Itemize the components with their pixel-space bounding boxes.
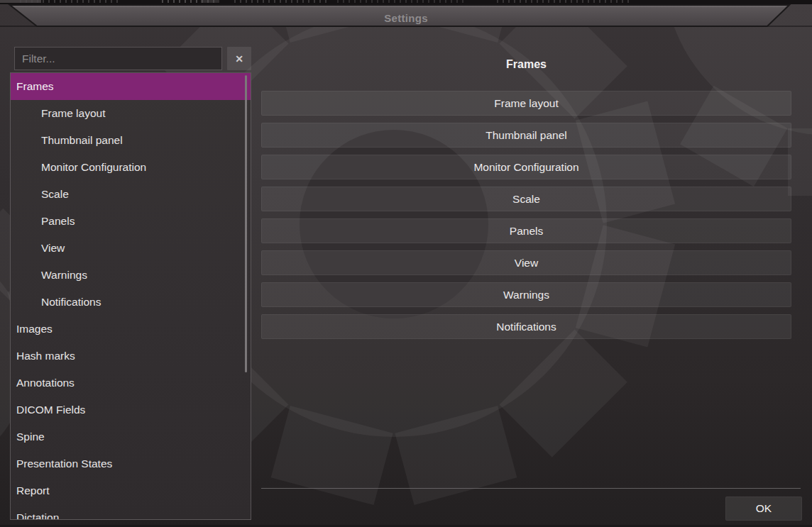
- sidebar-item-label: Monitor Configuration: [41, 161, 146, 174]
- sidebar-item[interactable]: Monitor Configuration: [11, 154, 251, 181]
- sidebar-item-label: Frames: [16, 80, 54, 93]
- sidebar-items-container: Frames Frame layout Thumbnail panel Moni…: [11, 73, 251, 520]
- sidebar-item[interactable]: Panels: [11, 208, 251, 235]
- sidebar-item[interactable]: View: [11, 235, 251, 262]
- sidebar-item[interactable]: DICOM Fields: [11, 396, 251, 423]
- settings-section-button[interactable]: Warnings: [261, 282, 791, 307]
- settings-section-button[interactable]: Scale: [261, 187, 791, 211]
- sidebar-item[interactable]: Frames: [11, 73, 251, 100]
- filter-clear-button[interactable]: ✕: [227, 47, 251, 70]
- sidebar-item-label: View: [41, 242, 65, 255]
- toolbar-remnant: [234, 0, 327, 3]
- filter-input[interactable]: [14, 47, 222, 70]
- sidebar-item-label: Report: [16, 484, 50, 497]
- sidebar-item-label: Scale: [41, 188, 69, 201]
- sidebar-item-label: Spine: [16, 431, 45, 443]
- sidebar-item-label: Thumbnail panel: [41, 134, 123, 147]
- settings-section-button[interactable]: Thumbnail panel: [261, 123, 791, 148]
- sidebar-item[interactable]: Notifications: [11, 289, 251, 316]
- sidebar-item[interactable]: Scale: [11, 181, 251, 208]
- sidebar-item-label: Images: [16, 323, 53, 335]
- toolbar-remnant: [497, 0, 632, 3]
- sidebar-item[interactable]: Warnings: [11, 262, 251, 289]
- toolbar-remnant: [337, 0, 465, 3]
- sidebar-item-label: Hash marks: [16, 350, 75, 362]
- settings-dialog: Settings ✕ Frames Frame layout Thumbnail…: [0, 4, 812, 527]
- sidebar-item-label: DICOM Fields: [16, 404, 85, 416]
- sidebar-item[interactable]: Report: [11, 477, 251, 504]
- sidebar-item[interactable]: Frame layout: [11, 100, 251, 127]
- ok-button[interactable]: OK: [725, 497, 802, 521]
- sidebar-item-label: Presentation States: [16, 457, 112, 470]
- scrollbar-thumb[interactable]: [245, 75, 247, 372]
- section-title: Frames: [261, 58, 791, 71]
- settings-section-button[interactable]: Notifications: [261, 314, 791, 339]
- toolbar-remnant: [0, 0, 41, 3]
- close-icon: ✕: [235, 54, 243, 64]
- sidebar-item[interactable]: Dictation: [11, 504, 251, 520]
- screen: Settings ✕ Frames Frame layout Thumbnail…: [0, 0, 812, 527]
- sidebar-item-label: Panels: [41, 215, 75, 228]
- dialog-title: Settings: [0, 10, 812, 27]
- sidebar-item-label: Notifications: [41, 296, 101, 309]
- settings-section-button[interactable]: Monitor Configuration: [261, 155, 791, 179]
- toolbar-remnant: [201, 0, 219, 3]
- sidebar-item[interactable]: Spine: [11, 423, 251, 450]
- sidebar-item-label: Warnings: [41, 269, 87, 282]
- sidebar-item[interactable]: Images: [11, 316, 251, 343]
- sidebar-item[interactable]: Annotations: [11, 370, 251, 396]
- divider: [261, 488, 801, 489]
- settings-section-button[interactable]: View: [261, 250, 791, 275]
- sidebar-item-label: Frame layout: [41, 107, 105, 120]
- sidebar-item[interactable]: Hash marks: [11, 343, 251, 370]
- sidebar-item-label: Dictation: [16, 511, 59, 520]
- sidebar-item[interactable]: Thumbnail panel: [11, 127, 251, 154]
- settings-section-button[interactable]: Panels: [261, 218, 791, 243]
- sidebar-item-label: Annotations: [16, 377, 75, 389]
- section-buttons-container: Frame layoutThumbnail panelMonitor Confi…: [261, 91, 791, 346]
- settings-nav-list: Frames Frame layout Thumbnail panel Moni…: [10, 72, 251, 520]
- settings-section-button[interactable]: Frame layout: [261, 91, 791, 116]
- sidebar-item[interactable]: Presentation States: [11, 450, 251, 477]
